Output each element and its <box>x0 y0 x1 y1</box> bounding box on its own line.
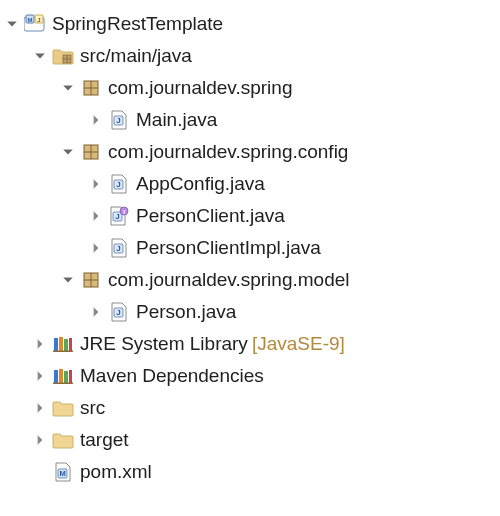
chevron-right-icon[interactable] <box>32 432 48 448</box>
tree-item-label: Person.java <box>136 301 236 323</box>
tree-item-label: src <box>80 397 105 419</box>
tree-item-label: PersonClient.java <box>136 205 285 227</box>
chevron-right-icon[interactable] <box>88 240 104 256</box>
java-file-icon: J <box>108 173 130 195</box>
chevron-down-icon[interactable] <box>60 272 76 288</box>
chevron-down-icon[interactable] <box>32 48 48 64</box>
tree-item-java-file[interactable]: J Person.java <box>4 296 496 328</box>
tree-item-java-file[interactable]: J PersonClientImpl.java <box>4 232 496 264</box>
tree-item-label: com.journaldev.spring.model <box>108 269 350 291</box>
tree-item-pom-file[interactable]: M pom.xml <box>4 456 496 488</box>
java-file-icon: J <box>108 109 130 131</box>
svg-rect-29 <box>54 338 58 351</box>
svg-rect-34 <box>54 370 58 383</box>
chevron-down-icon[interactable] <box>60 144 76 160</box>
folder-icon <box>52 397 74 419</box>
package-icon <box>80 269 102 291</box>
chevron-down-icon[interactable] <box>60 80 76 96</box>
svg-rect-31 <box>64 339 68 351</box>
tree-item-label: pom.xml <box>80 461 152 483</box>
java-file-icon: J <box>108 237 130 259</box>
tree-item-label: PersonClientImpl.java <box>136 237 321 259</box>
java-file-icon: J <box>108 301 130 323</box>
maven-file-icon: M <box>52 461 74 483</box>
tree-item-maven-deps[interactable]: Maven Dependencies <box>4 360 496 392</box>
tree-item-label: target <box>80 429 129 451</box>
tree-item-jre-library[interactable]: JRE System Library [JavaSE-9] <box>4 328 496 360</box>
tree-item-label: Maven Dependencies <box>80 365 264 387</box>
tree-item-label: Main.java <box>136 109 217 131</box>
svg-rect-36 <box>64 371 68 383</box>
tree-item-package[interactable]: com.journaldev.spring.model <box>4 264 496 296</box>
svg-rect-37 <box>69 370 72 383</box>
tree-item-java-file[interactable]: J Main.java <box>4 104 496 136</box>
tree-item-source-folder[interactable]: src/main/java <box>4 40 496 72</box>
chevron-right-icon[interactable] <box>88 176 104 192</box>
svg-rect-35 <box>59 369 63 383</box>
tree-item-label: src/main/java <box>80 45 192 67</box>
svg-text:M: M <box>28 17 33 23</box>
svg-rect-38 <box>53 383 73 385</box>
chevron-down-icon[interactable] <box>4 16 20 32</box>
chevron-right-icon[interactable] <box>88 112 104 128</box>
package-icon <box>80 141 102 163</box>
tree-item-label: AppConfig.java <box>136 173 265 195</box>
tree-item-label: JRE System Library <box>80 333 248 355</box>
svg-text:J: J <box>116 116 120 125</box>
folder-icon <box>52 429 74 451</box>
svg-text:J: J <box>37 17 40 23</box>
svg-text:J: J <box>116 244 120 253</box>
chevron-right-icon[interactable] <box>88 208 104 224</box>
tree-item-folder[interactable]: src <box>4 392 496 424</box>
chevron-right-icon[interactable] <box>32 368 48 384</box>
svg-rect-33 <box>53 351 73 353</box>
library-icon <box>52 333 74 355</box>
chevron-right-icon[interactable] <box>32 400 48 416</box>
tree-item-label: com.journaldev.spring <box>108 77 292 99</box>
tree-item-package[interactable]: com.journaldev.spring.config <box>4 136 496 168</box>
tree-item-java-file[interactable]: J AppConfig.java <box>4 168 496 200</box>
chevron-right-icon[interactable] <box>32 336 48 352</box>
package-folder-icon <box>52 45 74 67</box>
svg-text:M: M <box>59 469 65 478</box>
tree-item-java-interface-file[interactable]: J I PersonClient.java <box>4 200 496 232</box>
svg-rect-30 <box>59 337 63 351</box>
svg-text:J: J <box>116 180 120 189</box>
tree-item-label: SpringRestTemplate <box>52 13 223 35</box>
tree-item-label: com.journaldev.spring.config <box>108 141 348 163</box>
java-interface-file-icon: J I <box>108 205 130 227</box>
svg-rect-32 <box>69 338 72 351</box>
chevron-right-icon[interactable] <box>88 304 104 320</box>
maven-java-project-icon: M J <box>24 13 46 35</box>
library-icon <box>52 365 74 387</box>
tree-item-folder[interactable]: target <box>4 424 496 456</box>
tree-item-package[interactable]: com.journaldev.spring <box>4 72 496 104</box>
svg-text:J: J <box>115 212 119 221</box>
tree-item-project[interactable]: M J SpringRestTemplate <box>4 8 496 40</box>
svg-text:J: J <box>116 308 120 317</box>
package-icon <box>80 77 102 99</box>
tree-item-decoration: [JavaSE-9] <box>252 333 345 355</box>
